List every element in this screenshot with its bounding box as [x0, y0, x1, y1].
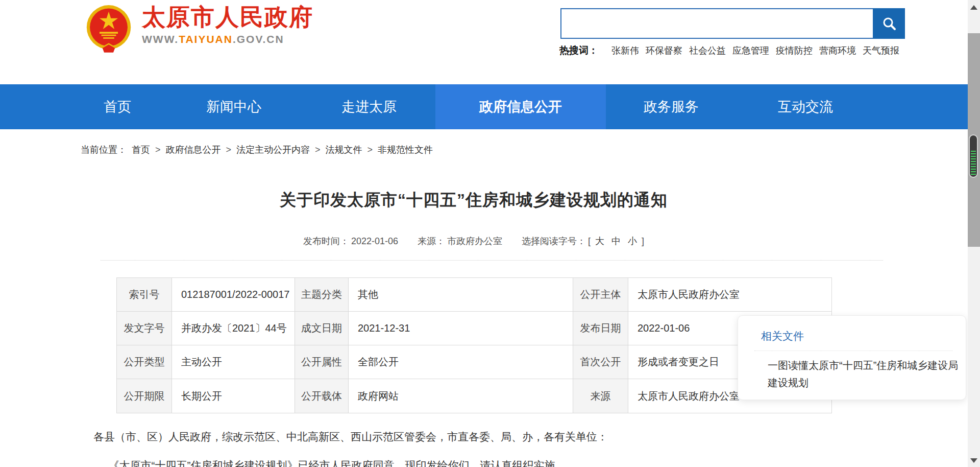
table-value-disclosure-body: 太原市人民政府办公室: [628, 278, 831, 312]
breadcrumb-separator: >: [368, 145, 373, 155]
divider: [101, 260, 883, 261]
url-prefix: WWW.: [142, 33, 179, 45]
site-logo[interactable]: 太原市人民政府 WWW.TAIYUAN.GOV.CN: [86, 4, 313, 53]
table-value-disclosure-period: 长期公开: [172, 379, 295, 413]
page: 太原市人民政府 WWW.TAIYUAN.GOV.CN 热搜词： 张新伟 环保督察…: [0, 0, 980, 467]
table-label: 主题分类: [295, 278, 349, 312]
search-icon: [881, 16, 897, 31]
search-input[interactable]: [560, 8, 873, 39]
nav-item-home[interactable]: 首页: [66, 84, 168, 129]
scrollbar-down-arrow-icon[interactable]: [970, 458, 977, 463]
related-files-panel: 相关文件 一图读懂太原市“十四五”住房和城乡建设局建设规划: [738, 315, 966, 400]
hot-keyword[interactable]: 应急管理: [732, 44, 769, 57]
hot-keyword[interactable]: 环保督察: [646, 44, 682, 57]
divider: [754, 351, 952, 351]
nav-item-services[interactable]: 政务服务: [620, 84, 722, 129]
breadcrumb-statutory-disclosure[interactable]: 法定主动公开内容: [236, 144, 310, 156]
search-box: [560, 8, 905, 39]
breadcrumb-regulations[interactable]: 法规文件: [326, 144, 362, 156]
hot-search-bar: 热搜词： 张新伟 环保督察 社会公益 应急管理 疫情防控 营商环境 天气预报: [559, 44, 913, 57]
table-value-topic-category: 其他: [349, 278, 573, 312]
publish-time-value: 2022-01-06: [351, 236, 398, 247]
breadcrumb-gov-info[interactable]: 政府信息公开: [166, 144, 221, 156]
related-files-title: 相关文件: [761, 329, 804, 343]
table-label: 公开期限: [117, 379, 172, 413]
breadcrumb-separator: >: [315, 145, 321, 155]
breadcrumb-non-normative[interactable]: 非规范性文件: [378, 144, 433, 156]
scroll-indicator-stripes: [971, 151, 976, 175]
breadcrumb-home[interactable]: 首页: [132, 144, 150, 156]
nav-item-news[interactable]: 新闻中心: [183, 84, 285, 129]
article-meta: 发布时间： 2022-01-06 来源： 市政府办公室 选择阅读字号： [ 大 …: [81, 235, 867, 247]
site-title-block: 太原市人民政府 WWW.TAIYUAN.GOV.CN: [142, 4, 313, 45]
scroll-indicator-pill: [969, 134, 978, 178]
page-title: 关于印发太原市“十四五”住房和城乡建设规划的通知: [81, 189, 867, 212]
hot-keyword[interactable]: 疫情防控: [776, 44, 813, 57]
table-label: 来源: [573, 379, 628, 413]
main-nav: 首页 新闻中心 走进太原 政府信息公开 政务服务 互动交流: [0, 84, 968, 129]
site-name: 太原市人民政府: [142, 4, 313, 30]
table-label: 公开载体: [295, 379, 349, 413]
source-value: 市政府办公室: [447, 235, 502, 247]
table-label: 公开主体: [573, 278, 628, 312]
hot-keyword[interactable]: 张新伟: [611, 44, 639, 57]
table-label: 首次公开: [573, 345, 628, 379]
nav-item-about-taiyuan[interactable]: 走进太原: [318, 84, 420, 129]
font-size-small-button[interactable]: 小: [625, 235, 640, 247]
font-size-large-button[interactable]: 大: [593, 235, 607, 247]
breadcrumb: 当前位置： 首页 > 政府信息公开 > 法定主动公开内容 > 法规文件 > 非规…: [81, 144, 433, 156]
table-label: 发布日期: [573, 312, 628, 345]
url-suffix: .GOV.CN: [233, 33, 284, 45]
table-value-carrier: 政府网站: [349, 379, 573, 413]
scrollbar-up-arrow-icon[interactable]: [970, 5, 977, 10]
search-button[interactable]: [873, 8, 905, 39]
bracket-open: [: [588, 236, 591, 247]
table-value-doc-number: 并政办发〔2021〕44号: [172, 312, 295, 345]
breadcrumb-separator: >: [226, 145, 232, 155]
nav-item-gov-info-active[interactable]: 政府信息公开: [435, 84, 606, 129]
article-paragraph: 各县（市、区）人民政府，综改示范区、中北高新区、西山示范区管委会，市直各委、局、…: [93, 429, 869, 445]
table-value-disclosure-type: 主动公开: [172, 345, 295, 379]
hot-keyword[interactable]: 天气预报: [863, 44, 899, 57]
bracket-close: ]: [642, 236, 644, 247]
source: 来源： 市政府办公室: [418, 235, 502, 247]
site-url: WWW.TAIYUAN.GOV.CN: [142, 33, 313, 45]
hot-keyword[interactable]: 社会公益: [689, 44, 726, 57]
article-paragraph: 《太原市“十四五”住房和城乡建设规划》已经市人民政府同意，现印发给你们，请认真组…: [81, 458, 869, 467]
font-size-selector: 选择阅读字号： [ 大 中 小 ]: [522, 235, 644, 247]
table-value-written-date: 2021-12-31: [349, 312, 573, 345]
related-file-link[interactable]: 一图读懂太原市“十四五”住房和城乡建设局建设规划: [768, 357, 961, 391]
hot-search-list: 张新伟 环保督察 社会公益 应急管理 疫情防控 营商环境 天气预报: [611, 44, 899, 57]
breadcrumb-label: 当前位置：: [81, 144, 127, 156]
publish-time: 发布时间： 2022-01-06: [303, 235, 398, 247]
font-size-label: 选择阅读字号：: [522, 235, 586, 247]
vertical-scrollbar[interactable]: [968, 0, 980, 467]
source-label: 来源：: [418, 235, 445, 247]
url-brand: TAIYUAN: [179, 33, 233, 45]
table-label: 索引号: [117, 278, 172, 312]
hot-keyword[interactable]: 营商环境: [819, 44, 856, 57]
national-emblem-icon: [86, 4, 132, 53]
table-label: 公开类型: [117, 345, 172, 379]
table-value-disclosure-attribute: 全部公开: [349, 345, 573, 379]
font-size-medium-button[interactable]: 中: [609, 235, 623, 247]
table-value-index-number: 012187001/2022-00017: [172, 278, 295, 312]
table-label: 成文日期: [295, 312, 349, 345]
hot-search-label: 热搜词：: [559, 44, 598, 57]
breadcrumb-separator: >: [155, 145, 161, 155]
table-label: 公开属性: [295, 345, 349, 379]
document-info-table: 索引号 012187001/2022-00017 主题分类 其他 公开主体 太原…: [116, 277, 832, 413]
publish-time-label: 发布时间：: [303, 235, 349, 247]
table-label: 发文字号: [117, 312, 172, 345]
nav-item-interaction[interactable]: 互动交流: [754, 84, 856, 129]
